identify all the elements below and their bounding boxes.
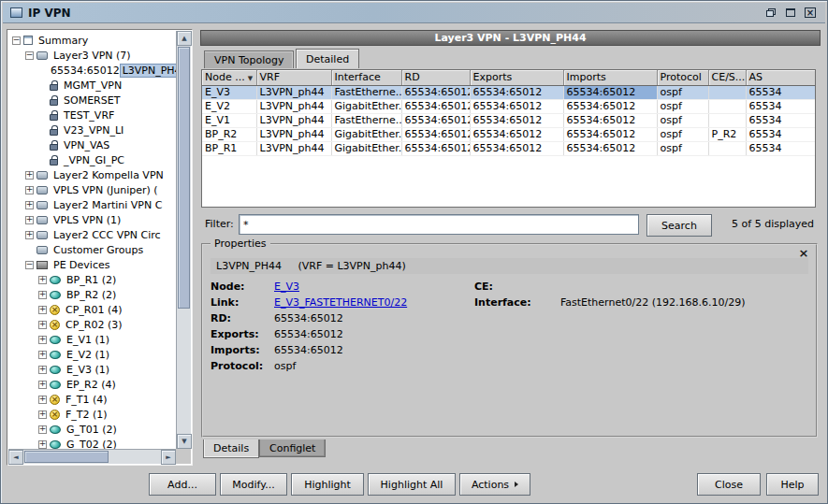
close-window-icon[interactable] [803, 7, 818, 20]
expander-icon[interactable] [38, 276, 47, 284]
expander-icon[interactable] [38, 306, 47, 314]
cell[interactable]: L3VPN_ph44 [256, 113, 331, 127]
selected-tree-label[interactable]: L3VPN_PH44 [120, 64, 176, 78]
expander-icon[interactable] [25, 186, 34, 194]
expander-icon[interactable] [38, 440, 47, 449]
highlight-all-button[interactable]: Highlight All [368, 473, 456, 496]
expander-icon[interactable] [38, 410, 47, 419]
scroll-up-icon[interactable] [177, 31, 192, 46]
scroll-right-icon[interactable] [161, 450, 176, 465]
cell[interactable]: 65534:65012 [470, 127, 563, 141]
tree-item-bp-r2[interactable]: BP_R2 (2) [8, 287, 176, 302]
cell[interactable] [708, 99, 746, 113]
cell[interactable]: 65534:65012 [563, 113, 657, 127]
expander-icon[interactable] [25, 261, 34, 269]
tree-item-g-t01[interactable]: G_T01 (2) [8, 422, 176, 437]
col-imports[interactable]: Imports [563, 70, 657, 85]
tree-item-layer2-kompella[interactable]: Layer2 Kompella VPN [8, 167, 176, 182]
filter-input[interactable] [239, 214, 639, 235]
col-ce-site[interactable]: CE/S... [708, 70, 746, 85]
cell[interactable]: ospf [657, 85, 708, 99]
cell[interactable]: 65534:65012 [470, 113, 563, 127]
tree-item-ep-r2[interactable]: EP_R2 (4) [8, 377, 176, 392]
restore-window-icon[interactable] [763, 7, 778, 20]
search-button[interactable]: Search [646, 214, 712, 237]
cell[interactable]: 65534:65012 [563, 141, 657, 155]
cell[interactable]: GigabitEther... [331, 127, 401, 141]
tree-item-f-t2[interactable]: F_T2 (1) [8, 407, 176, 422]
cell[interactable]: 65534:65012 [470, 141, 563, 155]
expander-icon[interactable] [12, 36, 21, 45]
tree-item-layer2-martini[interactable]: Layer2 Martini VPN C [8, 197, 176, 212]
cell-focused[interactable]: 65534:65012 [563, 85, 657, 99]
expander-icon[interactable] [38, 336, 47, 344]
scrollbar-thumb[interactable] [24, 451, 109, 463]
cell[interactable]: GigabitEther... [331, 141, 401, 155]
col-rd[interactable]: RD [401, 70, 470, 85]
tree-item-pe-devices[interactable]: PE Devices [8, 257, 176, 272]
cell[interactable]: E_V2 [202, 99, 256, 113]
cell[interactable]: E_V3 [202, 85, 256, 99]
highlight-button[interactable]: Highlight [291, 473, 364, 496]
table-row-e-v3[interactable]: E_V3 L3VPN_ph44 FastEtherne... 65534:650… [202, 85, 815, 99]
cell[interactable]: ospf [657, 141, 708, 155]
cell[interactable]: ospf [657, 113, 708, 127]
cell[interactable]: 65534:65012 [563, 99, 657, 113]
cell[interactable]: 65534:65012 [401, 113, 470, 127]
cell[interactable] [708, 141, 746, 155]
node-link[interactable]: E_V3 [274, 281, 299, 293]
cell[interactable]: ospf [657, 99, 708, 113]
cell[interactable]: 65534:65012 [470, 99, 563, 113]
tree-item-customer-groups[interactable]: Customer Groups [8, 242, 176, 257]
tree-horizontal-scrollbar[interactable] [8, 449, 176, 464]
scrollbar-thumb[interactable] [178, 47, 190, 309]
add-button[interactable]: Add... [149, 473, 216, 496]
expander-icon[interactable] [38, 425, 47, 434]
cell[interactable]: 65534:65012 [563, 127, 657, 141]
cell[interactable]: 65534:65012 [401, 85, 470, 99]
col-protocol[interactable]: Protocol [657, 70, 708, 85]
cell[interactable]: BP_R1 [202, 141, 256, 155]
tree-item-vpn-vas[interactable]: VPN_VAS [8, 137, 176, 152]
expander-icon[interactable] [38, 321, 47, 329]
tree-item-e-v2[interactable]: E_V2 (1) [8, 347, 176, 362]
cell[interactable]: BP_R2 [202, 127, 256, 141]
tree-item-layer3-vpn[interactable]: Layer3 VPN (7) [8, 48, 176, 63]
cell[interactable]: 65534 [746, 85, 815, 99]
expander-icon[interactable] [38, 351, 47, 359]
scroll-left-icon[interactable] [8, 450, 23, 465]
close-properties-icon[interactable]: × [797, 246, 810, 259]
tree-item-test-vrf[interactable]: TEST_VRF [8, 108, 176, 122]
tree-item-vpn-gi-pc[interactable]: _VPN_GI_PC [8, 152, 176, 167]
cell[interactable] [708, 113, 746, 127]
expander-icon[interactable] [38, 396, 47, 404]
expander-icon[interactable] [38, 381, 47, 389]
table-row-bp-r2[interactable]: BP_R2 L3VPN_ph44 GigabitEther... 65534:6… [202, 127, 815, 141]
tree-vertical-scrollbar[interactable] [176, 31, 191, 449]
tree-item-layer2-ccc[interactable]: Layer2 CCC VPN Circ [8, 227, 176, 242]
cell[interactable]: 65534 [746, 99, 815, 113]
expander-icon[interactable] [25, 231, 34, 239]
tab-configlet[interactable]: Configlet [259, 439, 326, 457]
cell[interactable]: L3VPN_ph44 [256, 85, 331, 99]
cell[interactable]: 65534:65012 [470, 85, 563, 99]
cell[interactable]: L3VPN_ph44 [256, 127, 331, 141]
cell[interactable]: E_V1 [202, 113, 256, 127]
tree-item-f-t1[interactable]: F_T1 (4) [8, 392, 176, 407]
tree-item-summary[interactable]: Summary [8, 33, 176, 48]
tab-detailed[interactable]: Detailed [296, 49, 359, 68]
cell[interactable]: L3VPN_ph44 [256, 99, 331, 113]
cell[interactable]: 65534 [746, 141, 815, 155]
expander-icon[interactable] [25, 51, 34, 60]
cell[interactable]: 65534:65012 [401, 99, 470, 113]
scroll-down-icon[interactable] [177, 434, 192, 449]
table-row-e-v2[interactable]: E_V2 L3VPN_ph44 GigabitEther... 65534:65… [202, 99, 815, 113]
tree-item-v23-vpn-li[interactable]: V23_VPN_LI [8, 122, 176, 137]
col-vrf[interactable]: VRF [256, 70, 331, 85]
cell[interactable] [708, 85, 746, 99]
tree-item-e-v1[interactable]: E_V1 (1) [8, 332, 176, 347]
col-as[interactable]: AS [746, 70, 815, 85]
tree-item-bp-r1[interactable]: BP_R1 (2) [8, 272, 176, 287]
expander-icon[interactable] [25, 201, 34, 209]
table-row-bp-r1[interactable]: BP_R1 L3VPN_ph44 GigabitEther... 65534:6… [202, 141, 815, 155]
